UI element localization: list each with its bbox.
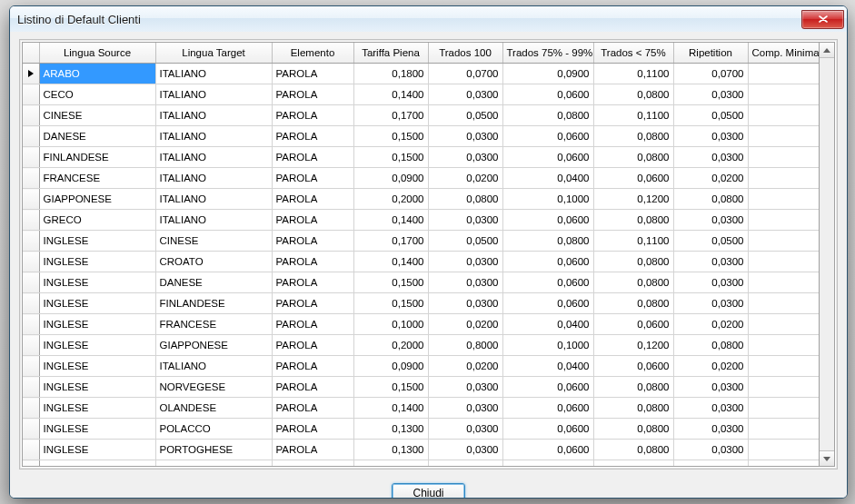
cell-lingua-target[interactable]: PORTOGHESE BRASILE <box>155 460 272 468</box>
table-row[interactable]: INGLESEOLANDESEPAROLA0,14000,03000,06000… <box>23 398 820 419</box>
cell-ripetition[interactable]: 0,0300 <box>673 126 748 147</box>
cell-lingua-source[interactable]: DANESE <box>39 126 155 147</box>
cell-trados-100[interactable]: 0,0300 <box>428 293 502 314</box>
cell-comp-minima[interactable] <box>748 147 820 168</box>
table-row[interactable]: INGLESEGIAPPONESEPAROLA0,20000,80000,100… <box>23 335 820 356</box>
cell-lingua-source[interactable]: INGLESE <box>39 293 155 314</box>
cell-lingua-source[interactable]: INGLESE <box>39 398 155 419</box>
cell-comp-minima[interactable] <box>748 335 820 356</box>
col-trados-75-99[interactable]: Trados 75% - 99% <box>502 43 593 64</box>
cell-lingua-target[interactable]: FINLANDESE <box>155 293 272 314</box>
cell-elemento[interactable]: PAROLA <box>272 231 353 252</box>
cell-trados-lt-75[interactable]: 0,0800 <box>593 377 673 398</box>
cell-ripetition[interactable]: 0,0300 <box>673 419 748 440</box>
cell-trados-75-99[interactable]: 0,0800 <box>502 105 593 126</box>
cell-trados-lt-75[interactable]: 0,0800 <box>593 210 673 231</box>
cell-trados-100[interactable]: 0,0300 <box>428 272 502 293</box>
cell-trados-75-99[interactable]: 0,0600 <box>502 272 593 293</box>
cell-elemento[interactable]: PAROLA <box>272 398 353 419</box>
cell-trados-100[interactable]: 0,0700 <box>428 64 502 84</box>
cell-trados-lt-75[interactable]: 0,0800 <box>593 419 673 440</box>
cell-lingua-source[interactable]: FRANCESE <box>39 168 155 189</box>
cell-trados-lt-75[interactable]: 0,1200 <box>593 189 673 210</box>
cell-trados-75-99[interactable]: 0,0600 <box>502 252 593 272</box>
col-ripetition[interactable]: Ripetition <box>673 43 748 64</box>
cell-lingua-target[interactable]: ITALIANO <box>155 147 272 168</box>
cell-tariffa-piena[interactable]: 0,1700 <box>353 231 428 252</box>
title-bar[interactable]: Listino di Default Clienti <box>10 6 847 33</box>
cell-trados-75-99[interactable]: 0,0900 <box>502 64 593 84</box>
cell-elemento[interactable]: PAROLA <box>272 293 353 314</box>
row-indicator-cell[interactable] <box>23 356 39 377</box>
row-indicator-cell[interactable] <box>23 189 39 210</box>
cell-tariffa-piena[interactable]: 0,1400 <box>353 210 428 231</box>
row-indicator-cell[interactable] <box>23 126 39 147</box>
close-icon[interactable] <box>801 10 844 29</box>
cell-tariffa-piena[interactable]: 0,1400 <box>353 84 428 105</box>
cell-lingua-target[interactable]: POLACCO <box>155 419 272 440</box>
cell-trados-lt-75[interactable]: 0,0800 <box>593 272 673 293</box>
cell-trados-lt-75[interactable]: 0,0800 <box>593 398 673 419</box>
table-row[interactable]: INGLESEITALIANOPAROLA0,09000,02000,04000… <box>23 356 820 377</box>
col-elemento[interactable]: Elemento <box>272 43 353 64</box>
cell-trados-100[interactable]: 0,0300 <box>428 460 502 468</box>
cell-trados-75-99[interactable]: 0,0600 <box>502 210 593 231</box>
cell-trados-75-99[interactable]: 0,0600 <box>502 377 593 398</box>
col-comp-minima[interactable]: Comp. Minima <box>748 43 820 64</box>
cell-elemento[interactable]: PAROLA <box>272 105 353 126</box>
cell-elemento[interactable]: PAROLA <box>272 64 353 84</box>
cell-comp-minima[interactable] <box>748 64 820 84</box>
row-indicator-cell[interactable] <box>23 84 39 105</box>
cell-lingua-target[interactable]: ITALIANO <box>155 105 272 126</box>
cell-tariffa-piena[interactable]: 0,1800 <box>353 64 428 84</box>
cell-lingua-target[interactable]: ITALIANO <box>155 84 272 105</box>
cell-trados-lt-75[interactable]: 0,1100 <box>593 64 673 84</box>
cell-lingua-source[interactable]: INGLESE <box>39 335 155 356</box>
cell-lingua-source[interactable]: INGLESE <box>39 252 155 272</box>
col-lingua-source[interactable]: Lingua Source <box>39 43 155 64</box>
cell-comp-minima[interactable] <box>748 84 820 105</box>
cell-lingua-source[interactable]: GIAPPONESE <box>39 189 155 210</box>
cell-elemento[interactable]: PAROLA <box>272 210 353 231</box>
cell-lingua-target[interactable]: FRANCESE <box>155 314 272 335</box>
vertical-scrollbar[interactable] <box>820 42 835 467</box>
cell-tariffa-piena[interactable]: 0,1500 <box>353 147 428 168</box>
cell-lingua-target[interactable]: GIAPPONESE <box>155 335 272 356</box>
cell-lingua-source[interactable]: INGLESE <box>39 460 155 468</box>
cell-comp-minima[interactable] <box>748 314 820 335</box>
cell-comp-minima[interactable] <box>748 419 820 440</box>
cell-ripetition[interactable]: 0,0300 <box>673 377 748 398</box>
cell-comp-minima[interactable] <box>748 440 820 460</box>
cell-trados-100[interactable]: 0,0300 <box>428 126 502 147</box>
col-tariffa-piena[interactable]: Tariffa Piena <box>353 43 428 64</box>
cell-elemento[interactable]: PAROLA <box>272 335 353 356</box>
cell-elemento[interactable]: PAROLA <box>272 168 353 189</box>
row-indicator-cell[interactable] <box>23 105 39 126</box>
cell-trados-100[interactable]: 0,0300 <box>428 419 502 440</box>
cell-elemento[interactable]: PAROLA <box>272 147 353 168</box>
cell-tariffa-piena[interactable]: 0,1000 <box>353 314 428 335</box>
cell-lingua-target[interactable]: ITALIANO <box>155 126 272 147</box>
row-indicator-cell[interactable] <box>23 419 39 440</box>
cell-ripetition[interactable]: 0,0300 <box>673 272 748 293</box>
table-row[interactable]: FINLANDESEITALIANOPAROLA0,15000,03000,06… <box>23 147 820 168</box>
cell-comp-minima[interactable] <box>748 356 820 377</box>
cell-trados-75-99[interactable]: 0,0600 <box>502 440 593 460</box>
col-trados-lt-75[interactable]: Trados < 75% <box>593 43 673 64</box>
table-row[interactable]: INGLESEPOLACCOPAROLA0,13000,03000,06000,… <box>23 419 820 440</box>
table-row[interactable]: GRECOITALIANOPAROLA0,14000,03000,06000,0… <box>23 210 820 231</box>
table-row[interactable]: DANESEITALIANOPAROLA0,15000,03000,06000,… <box>23 126 820 147</box>
cell-lingua-target[interactable]: ITALIANO <box>155 168 272 189</box>
cell-comp-minima[interactable] <box>748 398 820 419</box>
cell-elemento[interactable]: PAROLA <box>272 252 353 272</box>
cell-trados-lt-75[interactable]: 0,0800 <box>593 252 673 272</box>
table-row[interactable]: INGLESEFRANCESEPAROLA0,10000,02000,04000… <box>23 314 820 335</box>
cell-trados-75-99[interactable]: 0,0600 <box>502 84 593 105</box>
cell-trados-lt-75[interactable]: 0,0800 <box>593 147 673 168</box>
cell-tariffa-piena[interactable]: 0,1400 <box>353 398 428 419</box>
cell-lingua-source[interactable]: ARABO <box>39 64 155 84</box>
cell-elemento[interactable]: PAROLA <box>272 189 353 210</box>
table-row[interactable]: INGLESEPORTOGHESE BRASILEPAROLA0,13000,0… <box>23 460 820 468</box>
cell-trados-75-99[interactable]: 0,1000 <box>502 189 593 210</box>
cell-lingua-source[interactable]: CINESE <box>39 105 155 126</box>
